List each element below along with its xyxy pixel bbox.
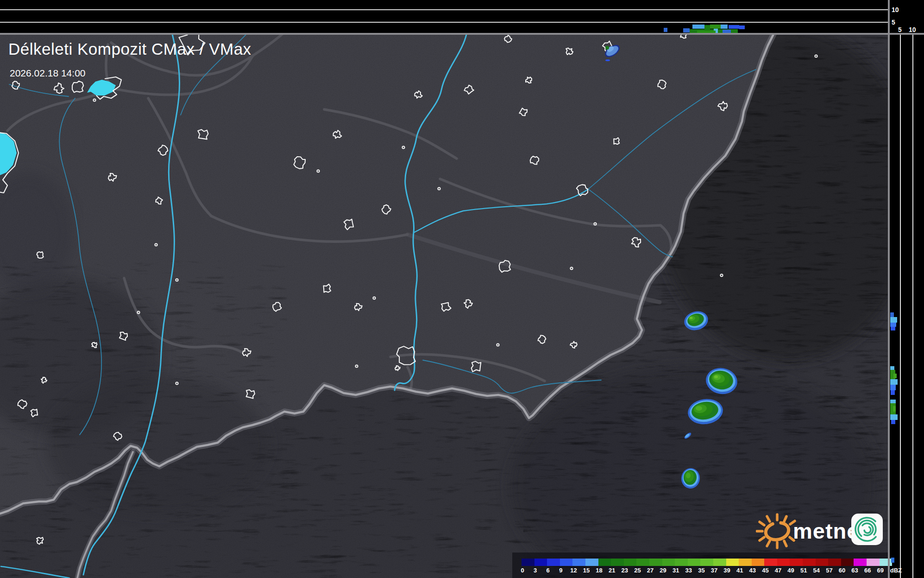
scale-segment	[700, 559, 713, 566]
scale-tick-label: 25	[634, 567, 641, 574]
scale-segment	[777, 559, 790, 566]
scale-segment	[598, 559, 611, 566]
scale-tick-label: 45	[762, 567, 768, 574]
profile-echo-pixel	[890, 317, 897, 323]
axis-label-v5: 5	[892, 19, 895, 25]
scale-tick-label: 33	[685, 567, 692, 574]
profile-echo-pixel	[692, 25, 704, 29]
scale-tick-label: 35	[698, 567, 704, 574]
scale-segment	[522, 559, 534, 566]
scale-tick-label: 47	[775, 567, 781, 574]
scale-segment	[880, 559, 893, 566]
profile-echo-pixel	[739, 25, 745, 29]
radar-echo-layer	[714, 375, 718, 378]
radar-echo-layer	[605, 59, 610, 61]
scale-segment	[739, 559, 752, 566]
scale-tick-label: 69	[877, 567, 884, 574]
scale-segment	[649, 559, 662, 566]
scale-segment	[636, 559, 649, 566]
profile-echo-pixel	[664, 28, 667, 32]
radar-echo-layer	[690, 317, 693, 319]
scale-segment	[854, 559, 867, 566]
reflectivity-scale-bar	[522, 559, 892, 566]
profile-echo-pixel	[704, 25, 710, 29]
radar-map[interactable]	[0, 34, 889, 578]
scale-segment	[841, 559, 854, 566]
scale-segment	[713, 559, 726, 566]
sun-icon	[757, 514, 795, 548]
profile-echo-pixel	[721, 25, 728, 29]
scale-tick-label: 41	[736, 567, 743, 574]
scale-tick-label: 12	[570, 567, 577, 574]
reflectivity-scale-labels: 0369121518212325272931333537394143454749…	[512, 567, 890, 575]
scale-tick-label: 66	[864, 567, 871, 574]
scale-segment	[688, 559, 701, 566]
radar-echo-layer	[605, 46, 609, 50]
scale-segment	[816, 559, 829, 566]
scale-segment	[790, 559, 803, 566]
scale-tick-label: 49	[787, 567, 794, 574]
scale-tick-label: 21	[609, 567, 615, 574]
scale-tick-label: 3	[534, 567, 537, 574]
scale-tick-label: 9	[559, 567, 562, 574]
profile-echo-pixel	[683, 28, 690, 32]
right-profile-gridline-10	[912, 35, 913, 578]
profile-echo-pixel	[893, 374, 897, 378]
scale-tick-label: 54	[813, 567, 820, 574]
scale-segment	[662, 559, 675, 566]
profile-echo-pixel	[890, 385, 896, 390]
scale-tick-label: 29	[660, 567, 666, 574]
top-profile-panel[interactable]	[0, 0, 889, 33]
profile-echo-pixel	[891, 558, 894, 563]
top-profile-gridline-10	[0, 9, 888, 10]
scale-segment	[547, 559, 560, 566]
scale-tick-label: 0	[521, 567, 524, 574]
profile-echo-pixel	[890, 323, 896, 327]
panel-separator-vertical	[888, 0, 890, 578]
right-profile-gridline-5	[900, 35, 901, 578]
profile-echo-pixel	[891, 327, 895, 330]
scale-tick-label: 57	[826, 567, 832, 574]
scale-tick-label: 18	[596, 567, 602, 574]
scale-unit-label: dBZ	[890, 567, 902, 574]
scale-tick-label: 23	[622, 567, 628, 574]
axis-label-h5: 5	[898, 26, 902, 33]
scale-segment	[828, 559, 841, 566]
profile-echo-pixel	[710, 25, 721, 29]
scale-segment	[572, 559, 585, 566]
scale-segment	[624, 559, 637, 566]
profile-echo-pixel	[891, 390, 895, 395]
scale-tick-label: 15	[583, 567, 590, 574]
composite-timestamp: 2026.02.18 14:00	[10, 68, 86, 79]
axis-label-h10: 10	[909, 26, 916, 33]
scale-tick-label: 37	[711, 567, 717, 574]
scale-segment	[803, 559, 816, 566]
scale-segment	[585, 559, 598, 566]
profile-echo-pixel	[890, 414, 898, 420]
scale-tick-label: 39	[723, 567, 730, 574]
right-profile-panel[interactable]	[890, 0, 924, 578]
profile-echo-pixel	[891, 420, 895, 424]
profile-echo-pixel	[723, 30, 731, 33]
radar-echo-layer	[696, 406, 702, 411]
composite-title: Délkeleti Kompozit CMax / VMax	[8, 40, 251, 58]
scale-tick-label: 60	[839, 567, 845, 574]
profile-echo-pixel	[893, 406, 896, 412]
scale-tick-label: 31	[673, 567, 679, 574]
scale-tick-label: 6	[547, 567, 550, 574]
scale-segment	[867, 559, 880, 566]
scale-segment	[752, 559, 765, 566]
scale-segment	[764, 559, 777, 566]
scale-segment	[534, 559, 547, 566]
axis-label-v10: 10	[892, 6, 899, 13]
scale-tick-label: 63	[851, 567, 858, 574]
metnet-app-icon	[851, 513, 883, 546]
scale-tick-label: 27	[647, 567, 654, 574]
profile-echo-pixel	[729, 25, 739, 29]
metnet-logo[interactable]: metnet	[756, 507, 895, 558]
scale-segment	[675, 559, 688, 566]
scale-tick-label: 43	[749, 567, 756, 574]
scale-segment	[611, 559, 624, 566]
panel-separator-horizontal	[0, 33, 924, 35]
scale-segment	[726, 559, 739, 566]
